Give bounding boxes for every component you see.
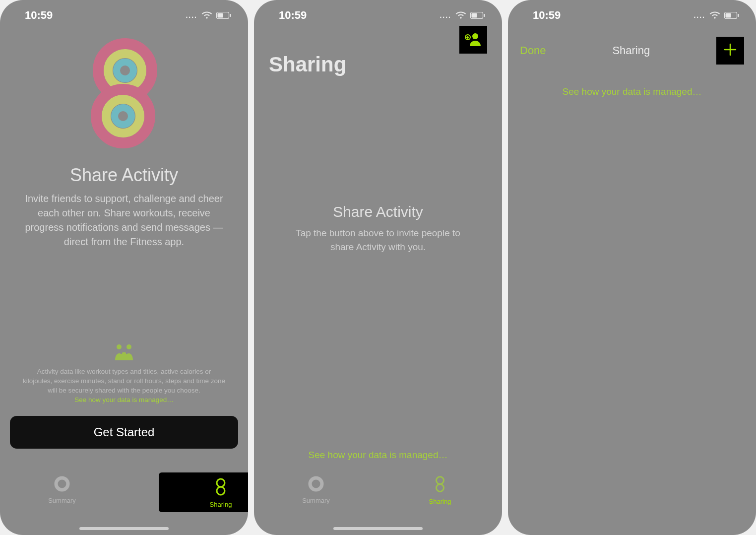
empty-state-title: Share Activity: [284, 203, 472, 220]
status-bar: 10:59 ....: [254, 0, 502, 27]
battery-icon: [216, 12, 231, 19]
add-button[interactable]: [716, 37, 744, 65]
activity-sharing-hero-icon: [79, 36, 169, 152]
cellular-icon: ....: [186, 11, 197, 19]
data-managed-link[interactable]: See how your data is managed…: [254, 450, 502, 461]
battery-icon: [470, 12, 485, 19]
get-started-button[interactable]: Get Started: [10, 416, 238, 449]
tab-sharing[interactable]: Sharing: [159, 472, 248, 512]
svg-point-22: [310, 478, 322, 490]
svg-rect-16: [472, 13, 477, 18]
page-title: Sharing: [269, 53, 346, 76]
svg-rect-27: [738, 14, 739, 17]
home-indicator[interactable]: [333, 527, 423, 530]
screen-sharing-add: 10:59 .... Done Sharing See how your dat…: [508, 0, 756, 535]
handshake-icon: [112, 343, 136, 363]
tab-summary-label: Summary: [48, 497, 76, 504]
nav-bar: Done Sharing: [508, 30, 756, 65]
privacy-footnote: Activity data like workout types and tit…: [10, 367, 238, 405]
tab-summary-label: Summary: [302, 497, 330, 504]
person-add-icon: [464, 32, 483, 48]
tab-bar: Summary Sharing: [254, 470, 502, 535]
screen-sharing-empty: 10:59 .... Sharing S: [254, 0, 502, 535]
cellular-icon: ....: [440, 11, 451, 19]
summary-ring-icon: [54, 475, 70, 494]
wifi-icon: [455, 11, 466, 19]
status-bar: 10:59 ....: [508, 0, 756, 27]
svg-point-12: [56, 478, 68, 490]
svg-rect-1: [218, 13, 223, 18]
tab-sharing[interactable]: Sharing: [378, 475, 502, 505]
svg-point-10: [126, 344, 131, 349]
svg-point-18: [472, 33, 478, 39]
svg-point-5: [117, 62, 133, 79]
data-managed-link[interactable]: See how your data is managed…: [74, 396, 174, 403]
status-time: 10:59: [533, 9, 561, 22]
tab-summary[interactable]: Summary: [254, 475, 378, 504]
sharing-figure8-icon: [214, 477, 228, 498]
tab-summary[interactable]: Summary: [0, 475, 124, 504]
svg-rect-2: [230, 14, 231, 17]
empty-state-description: Tap the button above to invite people to…: [284, 226, 472, 254]
status-time: 10:59: [25, 9, 53, 22]
summary-ring-icon: [308, 475, 324, 494]
share-activity-title: Share Activity: [70, 165, 178, 186]
svg-point-23: [437, 477, 444, 484]
wifi-icon: [201, 11, 212, 19]
svg-point-8: [115, 108, 131, 125]
plus-icon: [723, 40, 737, 61]
svg-rect-11: [122, 352, 126, 355]
sharing-figure8-icon: [434, 475, 446, 495]
screen-share-activity-intro: 10:59 ....: [0, 0, 248, 535]
tab-bar: Summary Sharing: [0, 470, 248, 535]
share-activity-description: Invite friends to support, challenge and…: [10, 192, 238, 249]
tab-sharing-label: Sharing: [210, 501, 232, 508]
add-person-button[interactable]: [459, 26, 487, 54]
battery-icon: [724, 12, 739, 19]
tab-sharing-label: Sharing: [429, 498, 451, 505]
svg-point-14: [217, 487, 225, 495]
svg-point-13: [217, 479, 225, 487]
cellular-icon: ....: [693, 11, 705, 19]
data-managed-link[interactable]: See how your data is managed…: [508, 86, 756, 97]
svg-point-24: [437, 484, 444, 492]
nav-title: Sharing: [612, 44, 650, 57]
svg-point-9: [117, 344, 122, 349]
svg-rect-26: [726, 13, 731, 18]
svg-rect-17: [484, 14, 485, 17]
status-bar: 10:59 ....: [0, 0, 248, 27]
home-indicator[interactable]: [79, 527, 169, 530]
done-button[interactable]: Done: [520, 44, 546, 57]
status-time: 10:59: [279, 9, 307, 22]
wifi-icon: [709, 11, 720, 19]
